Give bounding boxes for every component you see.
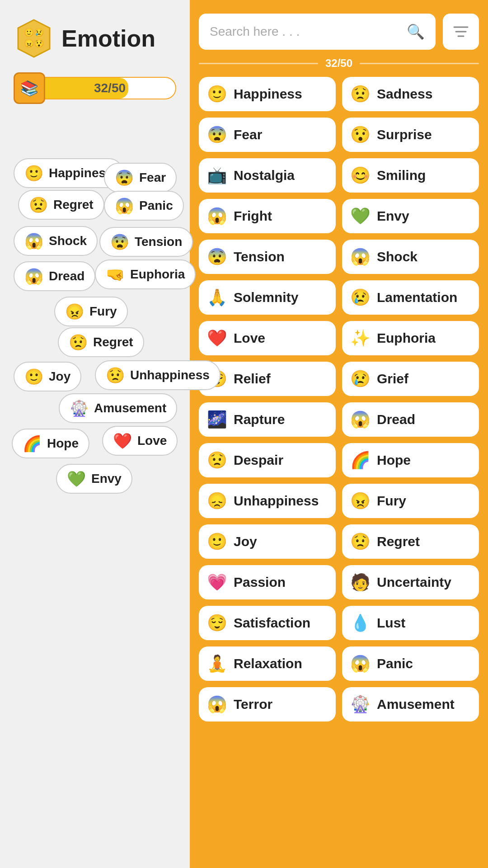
chip-emoji: 😟 xyxy=(106,368,125,383)
grid-chip-nostalgia[interactable]: 📺Nostalgia xyxy=(199,158,336,193)
grid-chip-dread[interactable]: 😱Dread xyxy=(342,402,479,437)
grid-chip-label: Terror xyxy=(234,697,272,712)
grid-chip-label: Fury xyxy=(377,493,406,509)
chip-emoji: 😱 xyxy=(24,233,43,249)
chip-label: Fury xyxy=(89,304,117,319)
grid-chip-emoji: 🧘 xyxy=(207,656,227,672)
progress-right-label: 32/50 xyxy=(325,57,352,70)
grid-chip-emoji: 😱 xyxy=(350,656,371,672)
left-chip-fury[interactable]: 😠Fury xyxy=(54,297,128,326)
grid-chip-label: Fear xyxy=(234,127,262,142)
left-chip-shock[interactable]: 😱Shock xyxy=(14,226,98,256)
left-chip-regret[interactable]: 😟Regret xyxy=(18,190,104,220)
grid-chip-lust[interactable]: 💧Lust xyxy=(342,606,479,640)
search-icon: 🔍 xyxy=(407,23,425,40)
left-chip-joy[interactable]: 🙂Joy xyxy=(14,362,81,392)
svg-text:😠😯: 😠😯 xyxy=(24,38,44,48)
left-chip-love[interactable]: ❤️Love xyxy=(102,426,178,456)
grid-chip-love[interactable]: ❤️Love xyxy=(199,321,336,355)
chip-label: Fear xyxy=(139,170,166,185)
grid-chip-panic[interactable]: 😱Panic xyxy=(342,646,479,681)
grid-chip-emoji: 😱 xyxy=(350,249,371,265)
left-chip-euphoria[interactable]: 🤜Euphoria xyxy=(95,259,196,289)
grid-chip-emoji: 🙂 xyxy=(207,86,227,102)
grid-chip-sadness[interactable]: 😟Sadness xyxy=(342,77,479,111)
grid-chip-label: Relaxation xyxy=(234,656,302,671)
grid-chip-label: Happiness xyxy=(234,86,302,102)
left-chip-tension[interactable]: 😨Tension xyxy=(99,227,193,257)
grid-chip-fright[interactable]: 😱Fright xyxy=(199,199,336,233)
grid-chip-satisfaction[interactable]: 😌Satisfaction xyxy=(199,606,336,640)
grid-chip-label: Grief xyxy=(377,371,408,387)
left-chip-panic[interactable]: 😱Panic xyxy=(104,191,184,221)
grid-chip-tension[interactable]: 😨Tension xyxy=(199,240,336,274)
chip-emoji: 😨 xyxy=(115,170,134,185)
grid-chip-emoji: 😊 xyxy=(350,167,371,184)
grid-chip-terror[interactable]: 😱Terror xyxy=(199,687,336,722)
grid-chip-label: Passion xyxy=(234,575,286,590)
filter-icon xyxy=(452,23,470,41)
chip-emoji: 🙂 xyxy=(24,369,43,384)
grid-chip-emoji: 🌈 xyxy=(350,452,371,468)
chip-emoji: 🌈 xyxy=(23,436,42,451)
chip-emoji: 😟 xyxy=(69,335,88,350)
grid-chip-grief[interactable]: 😢Grief xyxy=(342,362,479,396)
chip-label: Amusement xyxy=(94,401,166,415)
grid-chip-emoji: 😱 xyxy=(350,411,371,428)
chip-label: Euphoria xyxy=(130,267,185,282)
grid-chip-surprise[interactable]: 😯Surprise xyxy=(342,118,479,152)
grid-chip-envy[interactable]: 💚Envy xyxy=(342,199,479,233)
grid-chip-label: Envy xyxy=(377,208,409,224)
grid-container[interactable]: 🙂Happiness😟Sadness😨Fear😯Surprise📺Nostalg… xyxy=(199,77,479,859)
grid-chip-uncertainty[interactable]: 🧑Uncertainty xyxy=(342,565,479,599)
grid-chip-label: Rapture xyxy=(234,412,285,427)
left-chip-fear[interactable]: 😨Fear xyxy=(104,163,177,193)
grid-chip-smiling[interactable]: 😊Smiling xyxy=(342,158,479,193)
grid-chip-despair[interactable]: 😟Despair xyxy=(199,443,336,477)
left-chip-regret[interactable]: 😟Regret xyxy=(58,327,144,357)
right-panel: Search here . . . 🔍 32/50 🙂Happiness😟Sad… xyxy=(190,0,488,868)
chip-label: Unhappiness xyxy=(130,368,210,382)
left-chip-envy[interactable]: 💚Envy xyxy=(56,464,132,494)
chip-emoji: 💚 xyxy=(67,471,86,486)
progress-line-left xyxy=(199,63,318,64)
left-chip-hope[interactable]: 🌈Hope xyxy=(12,429,89,458)
grid-chip-label: Fright xyxy=(234,208,272,224)
grid-chip-hope[interactable]: 🌈Hope xyxy=(342,443,479,477)
grid-chip-label: Despair xyxy=(234,453,283,468)
grid-chip-emoji: 💧 xyxy=(350,615,371,631)
grid-chip-fury[interactable]: 😠Fury xyxy=(342,484,479,518)
svg-marker-0 xyxy=(18,20,50,57)
grid-chip-emoji: ✨ xyxy=(350,330,371,346)
left-chip-amusement[interactable]: 🎡Amusement xyxy=(59,393,177,423)
grid-chip-relaxation[interactable]: 🧘Relaxation xyxy=(199,646,336,681)
grid-chip-amusement[interactable]: 🎡Amusement xyxy=(342,687,479,722)
chip-emoji: 😨 xyxy=(110,234,129,250)
grid-chip-unhappiness[interactable]: 😞Unhappiness xyxy=(199,484,336,518)
grid-chip-joy[interactable]: 🙂Joy xyxy=(199,524,336,559)
grid-chip-label: Sadness xyxy=(377,86,432,102)
grid-chip-shock[interactable]: 😱Shock xyxy=(342,240,479,274)
grid-chip-emoji: 😢 xyxy=(350,371,371,387)
grid-chip-euphoria[interactable]: ✨Euphoria xyxy=(342,321,479,355)
chip-emoji: 😠 xyxy=(65,304,84,319)
grid-chip-passion[interactable]: 💗Passion xyxy=(199,565,336,599)
grid-chip-lamentation[interactable]: 😢Lamentation xyxy=(342,280,479,315)
grid-chip-emoji: 😱 xyxy=(207,208,227,224)
grid-chip-fear[interactable]: 😨Fear xyxy=(199,118,336,152)
grid-chip-solemnity[interactable]: 🙏Solemnity xyxy=(199,280,336,315)
grid-chip-regret[interactable]: 😟Regret xyxy=(342,524,479,559)
app-logo: 🙂😢 😠😯 xyxy=(14,18,54,59)
filter-button[interactable] xyxy=(443,14,479,50)
grid-chip-emoji: 😨 xyxy=(207,249,227,265)
left-chip-unhappiness[interactable]: 😟Unhappiness xyxy=(95,360,221,390)
grid-chip-label: Love xyxy=(234,330,265,346)
grid-chip-emoji: 😠 xyxy=(350,493,371,509)
search-box[interactable]: Search here . . . 🔍 xyxy=(199,14,436,50)
grid-chip-happiness[interactable]: 🙂Happiness xyxy=(199,77,336,111)
grid-chip-rapture[interactable]: 🌌Rapture xyxy=(199,402,336,437)
grid-chip-label: Joy xyxy=(234,534,257,549)
app-header: 🙂😢 😠😯 Emotion xyxy=(0,0,190,68)
left-chip-dread[interactable]: 😱Dread xyxy=(14,261,95,291)
grid-chip-emoji: 🧑 xyxy=(350,574,371,590)
